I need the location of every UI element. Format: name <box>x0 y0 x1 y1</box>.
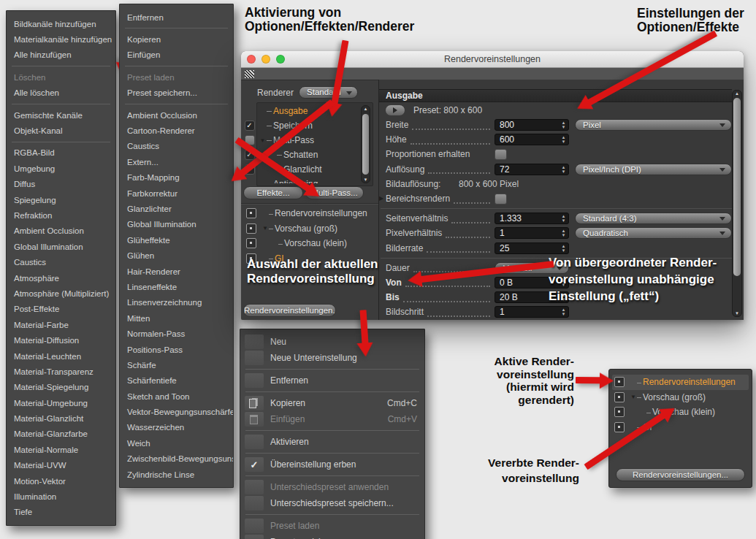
preset-tree-row[interactable]: Vorschau (groß) <box>244 221 374 237</box>
menu-item[interactable]: Unterschiedspreset speichern... <box>240 495 424 511</box>
menu-item[interactable]: Diffus <box>7 177 115 192</box>
menu-item[interactable]: Glanzlichter <box>120 201 233 216</box>
menu-item[interactable]: Illumination <box>7 489 115 504</box>
menu-item[interactable]: Cartoon-Renderer <box>120 123 233 138</box>
render-target-icon[interactable] <box>614 407 625 417</box>
menu-item[interactable] <box>12 104 110 104</box>
menu-item[interactable] <box>245 514 419 515</box>
menu-item[interactable]: Aktivieren <box>240 434 424 450</box>
value-field[interactable]: 72 <box>495 164 569 175</box>
preset-popup-button[interactable] <box>385 104 405 116</box>
tree-row[interactable]: Multi-Pass <box>243 133 372 148</box>
menu-item[interactable] <box>125 28 228 28</box>
tree-row[interactable]: Antialiasing <box>243 177 372 183</box>
stepper-arrows-icon[interactable] <box>559 121 568 129</box>
menu-item[interactable]: Schärfentiefe <box>120 373 233 389</box>
menu-item[interactable]: Atmosphäre (Multipliziert) <box>7 286 115 301</box>
render-target-icon[interactable] <box>614 392 625 402</box>
menu-item[interactable]: Material-Diffusion <box>7 332 115 348</box>
menu-item[interactable]: Material-Glanzfarbe <box>7 427 115 442</box>
menu-item[interactable] <box>245 391 419 392</box>
menu-item[interactable]: Schärfe <box>120 357 233 372</box>
preset-tree-row[interactable]: Vorschau (klein) <box>244 236 374 251</box>
preset-tree-row[interactable]: Vorschau (klein) <box>612 405 749 420</box>
scroll-down-icon[interactable]: ▼ <box>362 177 370 182</box>
menu-item[interactable]: Kopieren <box>120 31 233 47</box>
menu-item[interactable]: Zylindrische Linse <box>120 467 233 482</box>
menu-item[interactable]: Preset speichern... <box>240 534 424 539</box>
menu-item[interactable]: Weich <box>120 435 233 451</box>
menu-item[interactable]: Sketch and Toon <box>120 389 233 404</box>
menu-item[interactable]: Alle löschen <box>7 85 115 101</box>
menu-item[interactable]: Unterschiedspreset anwenden <box>240 479 424 495</box>
value-field[interactable]: 25 <box>495 242 569 254</box>
stepper-arrows-icon[interactable] <box>559 229 568 237</box>
menu-item[interactable]: Farbkorrektur <box>120 186 233 201</box>
menu-item[interactable]: Ambient Occlusion <box>7 223 115 239</box>
render-target-icon[interactable] <box>246 208 256 218</box>
unit-dropdown[interactable]: Pixel <box>575 119 732 131</box>
preset-tree-row[interactable]: Rendervoreinstellungen <box>612 375 749 390</box>
menu-item[interactable] <box>125 104 228 104</box>
menu-item[interactable]: Atmosphäre <box>7 270 115 286</box>
menu-item[interactable]: Einfügen Cmd+V <box>240 411 424 427</box>
menu-item[interactable]: Caustics <box>120 139 233 154</box>
menu-item[interactable]: Extern... <box>120 154 233 169</box>
scroll-up-icon[interactable]: ▲ <box>733 91 741 96</box>
texture-pattern-icon[interactable] <box>245 70 254 78</box>
unit-dropdown[interactable]: Quadratisch <box>575 227 732 239</box>
effects-button[interactable]: Effekte... <box>243 186 303 199</box>
menu-item[interactable]: Normalen-Pass <box>120 326 233 341</box>
stepper-arrows-icon[interactable] <box>559 307 568 316</box>
expand-triangle-icon[interactable] <box>379 195 383 202</box>
menu-item[interactable]: Wasserzeichen <box>120 420 233 435</box>
menu-item[interactable]: Global Illumination <box>120 217 233 232</box>
tree-scrollbar[interactable]: ▲ ▼ <box>361 105 370 183</box>
menu-item[interactable]: Löschen <box>7 69 115 85</box>
menu-item[interactable]: Caustics <box>7 254 115 270</box>
stepper-arrows-icon[interactable] <box>559 214 568 223</box>
menu-item[interactable]: Kopieren Cmd+C <box>240 395 424 411</box>
menu-item[interactable]: Positions-Pass <box>120 342 233 357</box>
renderer-dropdown[interactable]: Standard <box>299 86 358 99</box>
menu-item[interactable] <box>12 142 110 142</box>
menu-item[interactable]: Tiefe <box>7 505 115 520</box>
menu-item[interactable]: Linsenverzeichnung <box>120 295 233 310</box>
menu-item[interactable]: Motion-Vektor <box>7 473 115 489</box>
menu-item[interactable]: Preset laden <box>240 518 424 534</box>
value-field[interactable]: 1.333 <box>495 213 569 224</box>
menu-item[interactable]: Neue Untereinstellung <box>240 350 424 366</box>
menu-item[interactable]: Material-Spiegelung <box>7 380 115 395</box>
menu-item[interactable]: Material-Transparenz <box>7 364 115 379</box>
preset-tree-row[interactable]: Rendervoreinstellungen <box>244 206 374 221</box>
menu-item[interactable]: Alle hinzufügen <box>7 47 115 63</box>
menu-item[interactable] <box>245 369 419 370</box>
menu-item[interactable]: Linseneffekte <box>120 279 233 294</box>
menu-item[interactable]: Farb-Mapping <box>120 170 233 186</box>
menu-item[interactable]: Material-Leuchten <box>7 348 115 364</box>
menu-item[interactable]: Umgebung <box>7 161 115 176</box>
menu-item[interactable]: Material-Glanzlicht <box>7 410 115 426</box>
menu-item[interactable]: Preset laden <box>120 69 233 85</box>
menu-item[interactable]: Material-Normale <box>7 442 115 457</box>
unit-dropdown[interactable]: Standard (4:3) <box>575 213 732 224</box>
menu-item[interactable] <box>125 66 228 66</box>
scroll-up-icon[interactable]: ▲ <box>362 107 370 111</box>
menu-item[interactable]: Spiegelung <box>7 192 115 207</box>
stepper-arrows-icon[interactable] <box>559 244 568 253</box>
menu-item[interactable]: Ambient Occlusion <box>120 107 233 123</box>
menu-item[interactable]: Glühen <box>120 248 233 263</box>
menu-item[interactable]: Material-Umgebung <box>7 395 115 410</box>
menu-item[interactable]: Materialkanäle hinzufügen <box>7 31 115 47</box>
render-target-icon[interactable] <box>614 377 625 387</box>
render-target-icon[interactable] <box>246 238 256 248</box>
render-target-icon[interactable] <box>614 422 625 432</box>
value-field[interactable]: 800 <box>495 119 569 131</box>
menu-item[interactable]: Refraktion <box>7 207 115 223</box>
menu-item[interactable]: RGBA-Bild <box>7 145 115 161</box>
tree-row[interactable]: Glanzlicht <box>243 162 372 177</box>
menu-item[interactable]: Mitten <box>120 310 233 326</box>
menu-item[interactable]: Entfernen <box>240 372 424 389</box>
menu-item[interactable]: Vektor-Bewegungsunschärfe <box>120 404 233 419</box>
checkbox[interactable] <box>495 149 507 160</box>
